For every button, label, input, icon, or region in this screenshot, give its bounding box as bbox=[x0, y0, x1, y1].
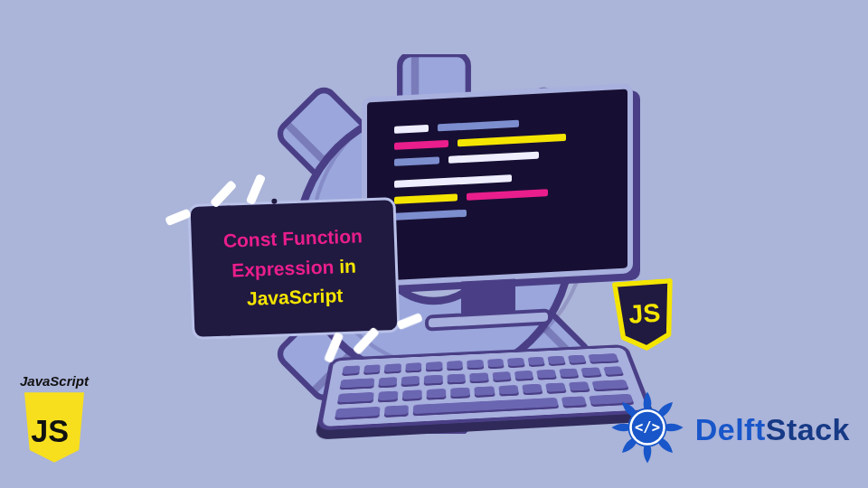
monitor bbox=[362, 83, 633, 287]
spark-tick bbox=[210, 180, 238, 209]
title-text: Const Function Expression in JavaScript bbox=[222, 222, 364, 315]
spark-dot bbox=[271, 199, 277, 204]
title-part1: Const Function bbox=[222, 226, 363, 251]
title-part2: Expression bbox=[231, 256, 335, 280]
delftstack-logo: </> DelftStack bbox=[609, 389, 850, 470]
title-connector: in bbox=[339, 255, 356, 277]
js-badge-text: JS bbox=[627, 297, 661, 328]
monitor-screen bbox=[380, 102, 615, 268]
javascript-shield-icon: JS bbox=[21, 390, 88, 465]
monitor-base bbox=[425, 308, 552, 331]
javascript-logo-label: JavaScript bbox=[20, 373, 89, 389]
title-part3: JavaScript bbox=[247, 285, 344, 309]
svg-text:</>: </> bbox=[635, 419, 660, 436]
delftstack-word-part2: Stack bbox=[766, 412, 850, 446]
delftstack-rosette-icon: </> bbox=[609, 389, 686, 470]
javascript-logo: JavaScript JS bbox=[20, 373, 89, 468]
delftstack-wordmark: DelftStack bbox=[695, 412, 850, 447]
svg-text:JS: JS bbox=[31, 414, 69, 448]
title-card: Const Function Expression in JavaScript bbox=[187, 197, 400, 340]
spark-tick bbox=[165, 209, 192, 227]
js-shield-badge: JS bbox=[610, 278, 678, 355]
delftstack-word-part1: Delft bbox=[695, 412, 766, 446]
